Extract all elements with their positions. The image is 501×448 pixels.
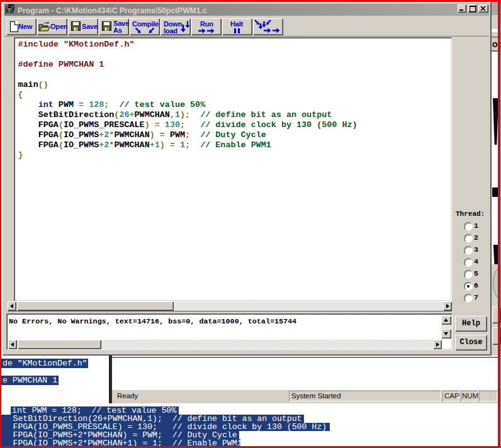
- svg-text:D.M: D.M: [5, 9, 14, 14]
